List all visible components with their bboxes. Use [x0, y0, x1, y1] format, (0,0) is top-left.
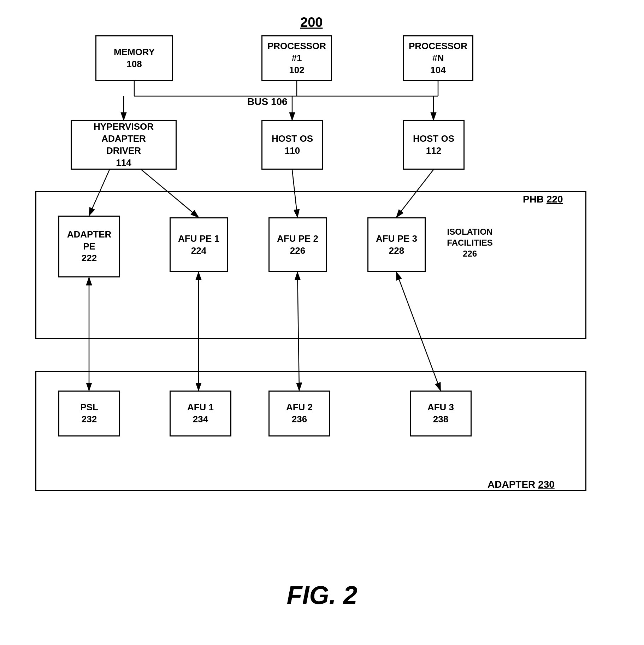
afu-pe2-label: AFU PE 2 — [277, 233, 318, 245]
bus-label: BUS 106 — [247, 96, 288, 107]
hostos1-number: 110 — [285, 145, 300, 157]
hostos1-box: HOST OS 110 — [261, 120, 323, 170]
title-number: 200 — [300, 15, 323, 30]
had-number: 114 — [116, 157, 131, 169]
had-label: HYPERVISOR ADAPTERDRIVER — [72, 121, 176, 157]
had-box: HYPERVISOR ADAPTERDRIVER 114 — [71, 120, 177, 170]
adapter-pe-number: 222 — [82, 252, 97, 264]
diagram-title: 200 — [300, 15, 323, 30]
afu3-number: 238 — [433, 414, 448, 426]
afu2-box: AFU 2 236 — [268, 391, 330, 436]
psl-number: 232 — [82, 414, 97, 426]
hostos2-label: HOST OS — [413, 133, 454, 145]
psl-label: PSL — [80, 401, 98, 414]
adapter-pe-label: ADAPTERPE — [67, 229, 112, 253]
hostos2-box: HOST OS 112 — [403, 120, 465, 170]
afu-pe3-label: AFU PE 3 — [376, 233, 417, 245]
procN-number: 104 — [430, 64, 445, 76]
psl-box: PSL 232 — [58, 391, 120, 436]
diagram: 200 MEMORY 108 PROCESSOR#1 102 PROCESSOR… — [0, 0, 644, 645]
hostos2-number: 112 — [426, 145, 441, 157]
afu1-number: 234 — [193, 414, 208, 426]
phb-label: PHB 220 — [523, 194, 563, 205]
afu1-label: AFU 1 — [187, 401, 214, 414]
proc1-number: 102 — [289, 64, 304, 76]
afu-pe3-number: 228 — [389, 245, 404, 257]
memory-number: 108 — [126, 58, 142, 70]
isolation-label: ISOLATIONFACILITIES226 — [435, 226, 505, 259]
memory-label: MEMORY — [114, 46, 155, 58]
proc1-label: PROCESSOR#1 — [267, 40, 326, 64]
afu-pe3-box: AFU PE 3 228 — [367, 217, 426, 272]
figure-label: FIG. 2 — [286, 581, 357, 610]
procN-label: PROCESSOR#N — [409, 40, 467, 64]
hostos1-label: HOST OS — [272, 133, 313, 145]
afu-pe1-label: AFU PE 1 — [178, 233, 219, 245]
memory-box: MEMORY 108 — [95, 35, 173, 81]
processor1-box: PROCESSOR#1 102 — [261, 35, 332, 81]
afu-pe1-number: 224 — [191, 245, 206, 257]
afu3-box: AFU 3 238 — [410, 391, 472, 436]
adapter-label: ADAPTER 230 — [488, 479, 555, 490]
processorN-box: PROCESSOR#N 104 — [403, 35, 473, 81]
afu-pe2-box: AFU PE 2 226 — [268, 217, 327, 272]
afu-pe2-number: 226 — [290, 245, 305, 257]
afu3-label: AFU 3 — [427, 401, 454, 414]
afu2-label: AFU 2 — [286, 401, 313, 414]
adapter-pe-box: ADAPTERPE 222 — [58, 216, 120, 277]
afu1-box: AFU 1 234 — [170, 391, 231, 436]
afu2-number: 236 — [292, 414, 307, 426]
afu-pe1-box: AFU PE 1 224 — [170, 217, 228, 272]
